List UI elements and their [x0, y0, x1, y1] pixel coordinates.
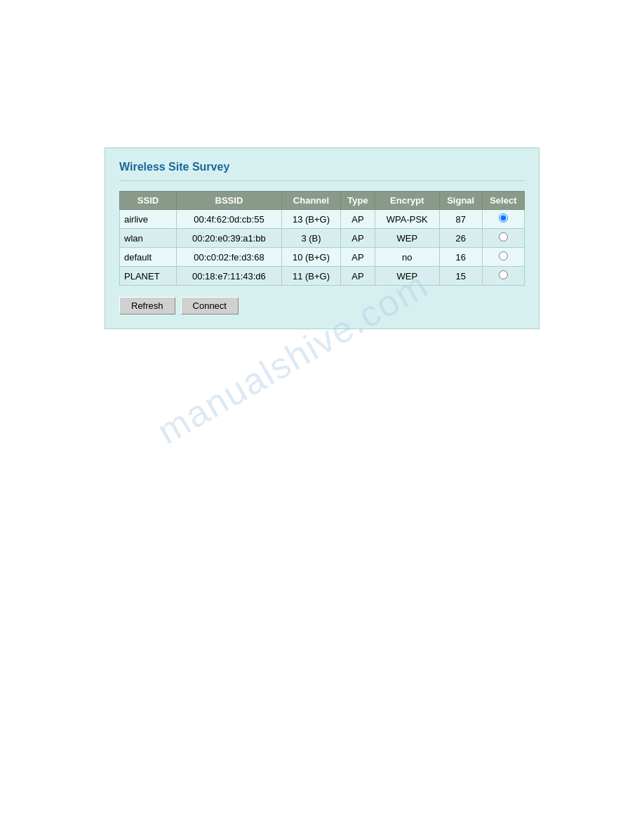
- table-row: wlan00:20:e0:39:a1:bb3 (B)APWEP26: [120, 229, 525, 248]
- cell-ssid: PLANET: [120, 267, 177, 286]
- table-row: PLANET00:18:e7:11:43:d611 (B+G)APWEP15: [120, 267, 525, 286]
- cell-signal: 15: [439, 267, 482, 286]
- select-radio[interactable]: [499, 270, 508, 279]
- cell-ssid: airlive: [120, 210, 177, 229]
- col-header-type: Type: [341, 192, 375, 210]
- col-header-signal: Signal: [439, 192, 482, 210]
- col-header-ssid: SSID: [120, 192, 177, 210]
- col-header-select: Select: [482, 192, 524, 210]
- col-header-bssid: BSSID: [176, 192, 281, 210]
- page-container: Wireless Site Survey SSID BSSID Channel …: [0, 0, 644, 834]
- cell-channel: 11 (B+G): [281, 267, 340, 286]
- button-row: Refresh Connect: [119, 297, 525, 315]
- panel-divider: [119, 180, 525, 181]
- cell-bssid: 00:c0:02:fe:d3:68: [176, 248, 281, 267]
- survey-table: SSID BSSID Channel Type Encrypt Signal S…: [119, 191, 525, 286]
- table-row: default00:c0:02:fe:d3:6810 (B+G)APno16: [120, 248, 525, 267]
- cell-channel: 13 (B+G): [281, 210, 340, 229]
- cell-encrypt: WEP: [375, 267, 439, 286]
- wireless-site-survey-panel: Wireless Site Survey SSID BSSID Channel …: [105, 147, 539, 329]
- cell-bssid: 00:20:e0:39:a1:bb: [176, 229, 281, 248]
- select-radio[interactable]: [499, 232, 508, 241]
- cell-channel: 10 (B+G): [281, 248, 340, 267]
- table-row: airlive00:4f:62:0d:cb:5513 (B+G)APWPA-PS…: [120, 210, 525, 229]
- cell-encrypt: no: [375, 248, 439, 267]
- cell-type: AP: [341, 210, 375, 229]
- cell-bssid: 00:18:e7:11:43:d6: [176, 267, 281, 286]
- refresh-button[interactable]: Refresh: [119, 297, 175, 315]
- cell-signal: 87: [439, 210, 482, 229]
- cell-select[interactable]: [482, 210, 524, 229]
- cell-channel: 3 (B): [281, 229, 340, 248]
- col-header-encrypt: Encrypt: [375, 192, 439, 210]
- cell-select[interactable]: [482, 248, 524, 267]
- cell-signal: 16: [439, 248, 482, 267]
- cell-select[interactable]: [482, 267, 524, 286]
- cell-ssid: default: [120, 248, 177, 267]
- cell-ssid: wlan: [120, 229, 177, 248]
- cell-signal: 26: [439, 229, 482, 248]
- cell-select[interactable]: [482, 229, 524, 248]
- col-header-channel: Channel: [281, 192, 340, 210]
- cell-type: AP: [341, 267, 375, 286]
- cell-encrypt: WEP: [375, 229, 439, 248]
- cell-type: AP: [341, 229, 375, 248]
- cell-type: AP: [341, 248, 375, 267]
- connect-button[interactable]: Connect: [181, 297, 239, 315]
- select-radio[interactable]: [499, 251, 508, 260]
- select-radio[interactable]: [499, 213, 508, 223]
- table-header-row: SSID BSSID Channel Type Encrypt Signal S…: [120, 192, 525, 210]
- cell-bssid: 00:4f:62:0d:cb:55: [176, 210, 281, 229]
- panel-title: Wireless Site Survey: [119, 161, 525, 173]
- cell-encrypt: WPA-PSK: [375, 210, 439, 229]
